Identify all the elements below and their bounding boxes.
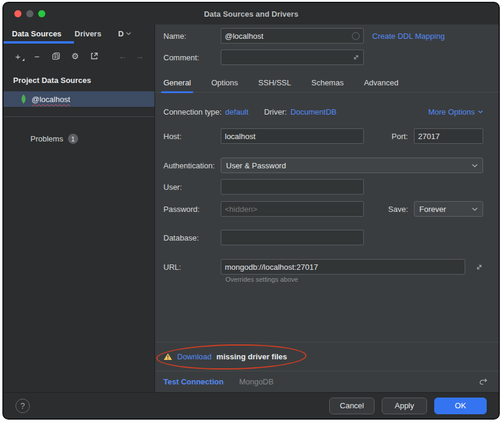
help-icon[interactable]: ? <box>16 399 30 413</box>
sidebar-divider <box>4 116 154 117</box>
url-field-wrap <box>221 259 465 275</box>
connection-type-row: Connection type: default Driver: Documen… <box>155 106 499 118</box>
name-input[interactable] <box>225 32 352 41</box>
comment-input[interactable] <box>225 53 353 62</box>
database-label: Database: <box>163 233 221 242</box>
expand-icon[interactable] <box>353 54 360 61</box>
user-label: User: <box>163 183 221 192</box>
host-row: Host: Port: <box>155 128 499 144</box>
save-select[interactable]: Forever <box>414 201 483 217</box>
remove-data-source-button[interactable]: − <box>32 51 42 61</box>
problems-item[interactable]: Problems 1 <box>4 134 154 144</box>
driver-label: Driver: <box>264 107 287 116</box>
tab-drivers[interactable]: Drivers <box>75 29 101 38</box>
chevron-down-icon <box>478 110 483 113</box>
refresh-circle-icon <box>352 32 360 40</box>
connection-type-label: Connection type: <box>163 107 222 116</box>
titlebar: Data Sources and Drivers <box>4 3 499 24</box>
name-label: Name: <box>163 32 221 41</box>
mongodb-leaf-icon <box>20 94 27 104</box>
chevron-down-icon <box>126 32 131 35</box>
driver-warning-row: Download missing driver files <box>155 342 499 371</box>
bottom-bar: ? Cancel Apply OK <box>4 392 499 418</box>
port-input[interactable] <box>418 132 479 141</box>
port-field-wrap <box>414 128 483 144</box>
url-label: URL: <box>163 263 221 272</box>
test-connection-row: Test Connection MongoDB <box>155 371 499 392</box>
problems-count-badge: 1 <box>68 134 78 144</box>
warning-triangle-icon <box>163 353 172 361</box>
password-label: Password: <box>163 205 221 214</box>
url-hint: Overrides settings above <box>225 276 499 285</box>
tab-ssh-ssl[interactable]: SSH/SSL <box>258 73 291 92</box>
tab-data-sources[interactable]: Data Sources <box>12 29 61 38</box>
user-row: User: <box>155 179 499 195</box>
export-icon[interactable] <box>89 51 99 61</box>
password-row: Password: Save: Forever <box>155 201 499 217</box>
sidebar-tabs: Data Sources Drivers D <box>4 24 154 42</box>
test-connection-link[interactable]: Test Connection <box>163 377 224 386</box>
authentication-select[interactable]: User & Password <box>221 158 483 173</box>
chevron-down-icon <box>472 207 478 211</box>
driver-value-link[interactable]: DocumentDB <box>290 107 336 116</box>
sidebar: Data Sources Drivers D + − <box>4 24 155 392</box>
host-field-wrap <box>221 128 364 144</box>
duplicate-icon[interactable] <box>51 51 61 61</box>
forward-arrow-icon[interactable]: → <box>135 51 144 61</box>
user-field-wrap <box>221 179 364 195</box>
data-source-name: @localhost <box>32 95 70 104</box>
name-field-wrap <box>221 28 364 44</box>
url-row: URL: <box>155 259 499 275</box>
tab-advanced[interactable]: Advanced <box>364 73 398 92</box>
connection-type-value[interactable]: default <box>225 107 249 116</box>
host-input[interactable] <box>225 132 360 141</box>
tab-schemas[interactable]: Schemas <box>311 73 344 92</box>
data-source-item-localhost[interactable]: @localhost <box>4 91 154 107</box>
head-block: Name: Create DDL Mapping Comment: <box>155 24 499 65</box>
port-label: Port: <box>392 132 408 141</box>
cancel-button[interactable]: Cancel <box>329 398 375 414</box>
database-field-wrap <box>221 230 364 245</box>
apply-button[interactable]: Apply <box>382 398 427 414</box>
screenshot-stage: Data Sources and Drivers Data Sources Dr… <box>0 0 504 425</box>
comment-field-wrap <box>221 50 364 65</box>
tab-options[interactable]: Options <box>211 73 238 92</box>
database-row: Database: <box>155 230 499 245</box>
create-ddl-mapping-link[interactable]: Create DDL Mapping <box>372 32 445 41</box>
history-nav: ← → <box>119 51 154 61</box>
expand-icon[interactable] <box>475 263 483 271</box>
authentication-label: Authentication: <box>163 161 221 170</box>
user-input[interactable] <box>225 183 360 192</box>
tab-ddl-mappings-truncated[interactable]: D <box>118 29 131 38</box>
save-label: Save: <box>388 205 408 214</box>
database-input[interactable] <box>225 233 360 242</box>
problems-label: Problems <box>30 134 63 143</box>
chevron-down-icon <box>472 164 478 168</box>
back-arrow-icon[interactable]: ← <box>119 51 127 61</box>
download-driver-link[interactable]: Download <box>177 352 212 361</box>
gear-icon[interactable]: ⚙ <box>70 51 80 61</box>
host-label: Host: <box>163 132 221 141</box>
settings-tabs: General Options SSH/SSL Schemas Advanced <box>155 73 499 93</box>
window-title: Data Sources and Drivers <box>4 10 499 19</box>
password-field-wrap <box>221 201 364 217</box>
undo-icon[interactable] <box>479 378 488 386</box>
main-panel: Name: Create DDL Mapping Comment: <box>155 24 499 392</box>
password-input[interactable] <box>225 205 360 214</box>
sidebar-toolbar: + − ⚙ ← → <box>4 46 154 66</box>
authentication-row: Authentication: User & Password <box>155 158 499 173</box>
add-data-source-button[interactable]: + <box>13 51 23 61</box>
tab-general[interactable]: General <box>163 73 191 92</box>
url-input[interactable] <box>225 263 461 272</box>
comment-label: Comment: <box>163 53 221 62</box>
active-tab-underline <box>4 41 74 44</box>
more-options-link[interactable]: More Options <box>428 107 483 116</box>
project-data-sources-header: Project Data Sources <box>4 76 154 88</box>
ok-button[interactable]: OK <box>434 398 487 414</box>
data-sources-dialog: Data Sources and Drivers Data Sources Dr… <box>2 2 500 420</box>
driver-name-text: MongoDB <box>239 377 274 386</box>
missing-driver-text: missing driver files <box>217 352 287 361</box>
